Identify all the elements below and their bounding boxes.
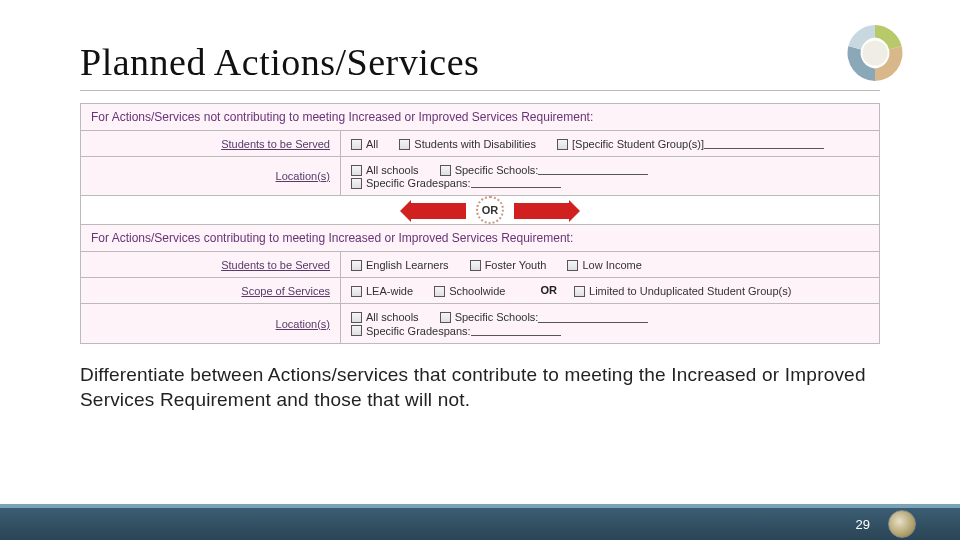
fill-blank[interactable] <box>471 178 561 188</box>
checkbox-icon <box>351 165 362 176</box>
checkbox-icon <box>351 286 362 297</box>
checkbox-icon <box>567 260 578 271</box>
checkbox-option[interactable]: Students with Disabilities <box>399 137 536 150</box>
section2-header: For Actions/Services contributing to mee… <box>81 225 880 252</box>
svg-point-0 <box>862 40 887 65</box>
checkbox-option[interactable]: Specific Schools: <box>440 163 649 176</box>
cycle-diagram-logo <box>840 18 910 88</box>
checkbox-icon <box>351 139 362 150</box>
checkbox-option[interactable]: Foster Youth <box>470 258 547 271</box>
checkbox-icon <box>440 165 451 176</box>
seal-icon <box>888 510 916 538</box>
row-label: Location(s) <box>81 157 341 196</box>
page-number: 29 <box>856 517 870 532</box>
row-options: English Learners Foster Youth Low Income <box>341 252 880 278</box>
checkbox-option[interactable]: Specific Gradespans: <box>351 324 561 337</box>
checkbox-option[interactable]: All <box>351 137 378 150</box>
or-divider-row: OR <box>81 196 880 225</box>
checkbox-icon <box>440 312 451 323</box>
checkbox-icon <box>351 325 362 336</box>
slide-subtitle: Differentiate between Actions/services t… <box>80 362 880 413</box>
checkbox-icon <box>351 260 362 271</box>
checkbox-icon <box>351 178 362 189</box>
checkbox-option[interactable]: Limited to Unduplicated Student Group(s) <box>574 284 791 297</box>
checkbox-option[interactable]: [Specific Student Group(s)] <box>557 137 824 150</box>
checkbox-icon <box>434 286 445 297</box>
checkbox-option[interactable]: Specific Gradespans: <box>351 176 561 189</box>
checkbox-option[interactable]: Schoolwide <box>434 284 505 297</box>
checkbox-icon <box>399 139 410 150</box>
arrow-right-icon <box>411 203 466 219</box>
checkbox-icon <box>574 286 585 297</box>
row-options: All schools Specific Schools: Specific G… <box>341 304 880 343</box>
footer-bar <box>0 508 960 540</box>
row-label: Students to be Served <box>81 131 341 157</box>
arrow-left-icon <box>514 203 569 219</box>
fill-blank[interactable] <box>704 139 824 149</box>
section1-header: For Actions/Services not contributing to… <box>81 104 880 131</box>
row-label: Scope of Services <box>81 278 341 304</box>
or-inline-text: OR <box>540 284 557 296</box>
checkbox-icon <box>470 260 481 271</box>
checkbox-icon <box>557 139 568 150</box>
checkbox-option[interactable]: Low Income <box>567 258 641 271</box>
checkbox-option[interactable]: LEA-wide <box>351 284 413 297</box>
checkbox-option[interactable]: All schools <box>351 310 419 323</box>
page-title: Planned Actions/Services <box>80 40 880 84</box>
fill-blank[interactable] <box>538 313 648 323</box>
row-options: All Students with Disabilities [Specific… <box>341 131 880 157</box>
row-options: LEA-wide Schoolwide OR Limited to Undupl… <box>341 278 880 304</box>
checkbox-option[interactable]: English Learners <box>351 258 449 271</box>
form-section-not-contributing: For Actions/Services not contributing to… <box>80 103 880 344</box>
checkbox-option[interactable]: All schools <box>351 163 419 176</box>
fill-blank[interactable] <box>471 326 561 336</box>
row-label: Location(s) <box>81 304 341 343</box>
row-label: Students to be Served <box>81 252 341 278</box>
row-options: All schools Specific Schools: Specific G… <box>341 157 880 196</box>
or-badge: OR <box>476 196 504 224</box>
checkbox-option[interactable]: Specific Schools: <box>440 310 649 323</box>
fill-blank[interactable] <box>538 165 648 175</box>
checkbox-icon <box>351 312 362 323</box>
